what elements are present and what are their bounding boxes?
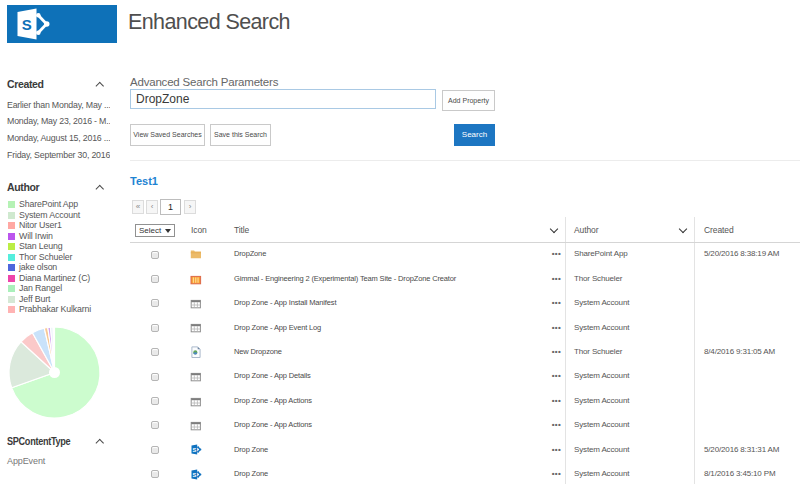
svg-text:S: S: [22, 16, 32, 33]
svg-text:S: S: [192, 447, 196, 453]
svg-text:S: S: [192, 472, 196, 478]
